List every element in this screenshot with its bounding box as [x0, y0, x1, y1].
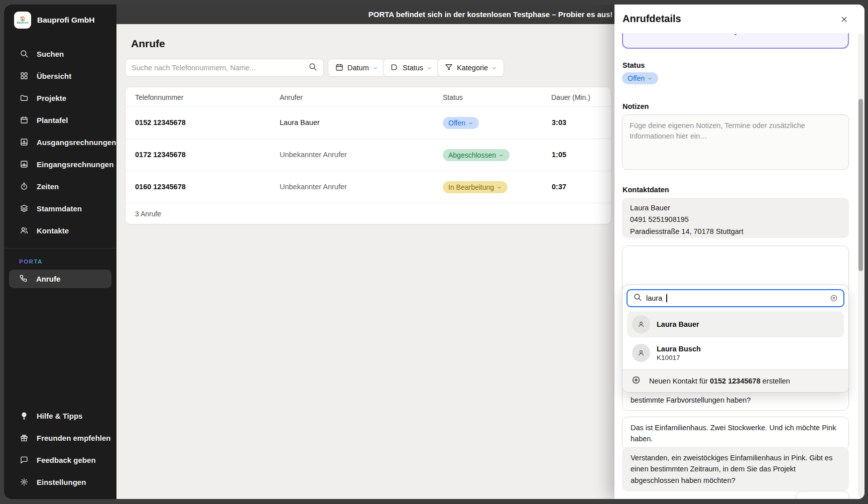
invoice-out-icon — [19, 138, 29, 147]
sidebar-item-uebersicht[interactable]: Übersicht — [4, 65, 116, 87]
sidebar-item-einstellungen[interactable]: Einstellungen — [4, 471, 116, 493]
calendar-icon — [335, 63, 344, 73]
invoice-in-icon — [19, 160, 29, 169]
contact-address: Paradiesstraße 14, 70178 Stuttgart — [630, 226, 841, 236]
filter-kategorie-button[interactable]: Kategorie — [437, 59, 504, 77]
sidebar-item-zeiten[interactable]: Zeiten — [4, 175, 116, 197]
status-badge[interactable]: Offen — [443, 117, 479, 129]
company-name: Bauprofi GmbH — [37, 16, 95, 25]
notes-placeholder: Füge deine eigenen Notizen, Termine oder… — [630, 121, 805, 140]
chevron-down-icon — [497, 185, 502, 190]
notes-section-label: Notizen — [623, 102, 649, 110]
sidebar-item-stammdaten[interactable]: Stammdaten — [4, 197, 116, 219]
contact-search-dropdown: laura Laura Bauer Laura Busch K10017 Neu… — [622, 285, 849, 393]
sidebar-footer: Hilfe & Tipps Freunden empfehlen Feedbac… — [4, 405, 116, 493]
panel-scrollbar-track[interactable] — [858, 33, 864, 498]
table-row[interactable]: 0172 12345678 Unbekannter Anrufer Abgesc… — [126, 139, 611, 171]
clear-icon[interactable] — [830, 294, 838, 302]
porta-section-label: PORTA — [19, 259, 43, 265]
create-new-contact-button[interactable]: Neuen Kontakt für 0152 12345678 erstelle… — [623, 369, 848, 392]
sidebar: 🏠 BauProfi Bauprofi GmbH Suchen Übersich… — [4, 5, 116, 499]
contact-name: Laura Bauer — [630, 203, 841, 213]
company-header: 🏠 BauProfi Bauprofi GmbH — [14, 11, 95, 29]
chevron-down-icon — [468, 120, 473, 126]
lightbulb-icon — [19, 411, 29, 421]
sidebar-item-kontakte[interactable]: Kontakte — [4, 219, 116, 241]
status-badge[interactable]: Abgeschlossen — [443, 149, 510, 161]
sidebar-item-anrufe-active[interactable]: Anrufe — [9, 270, 111, 288]
calls-count: 3 Anrufe — [135, 210, 161, 218]
funnel-icon — [444, 63, 453, 73]
chevron-down-icon — [647, 76, 653, 81]
calendar-icon — [19, 115, 29, 125]
person-icon — [632, 344, 650, 362]
panel-header: Anrufdetails — [614, 5, 864, 33]
contact-result-laura-busch[interactable]: Laura Busch K10017 — [627, 340, 844, 366]
sidebar-item-ausgangsrechnungen[interactable]: Ausgangsrechnungen — [4, 131, 116, 153]
house-icon: 🏠 — [20, 17, 25, 21]
new-contact-phone-number: 0152 12345678 — [710, 377, 761, 385]
status-badge[interactable]: In Bearbeitung — [443, 181, 508, 193]
panel-title: Anrufdetails — [623, 13, 681, 25]
transcript-bubble-customer-partial: Liegt im März — [796, 491, 849, 499]
trial-banner-text: PORTA befindet sich in der kostenlosen T… — [368, 10, 613, 19]
speech-bubble-icon — [19, 455, 29, 465]
status-badge[interactable]: Offen — [622, 72, 658, 84]
sidebar-item-suchen[interactable]: Suchen — [4, 43, 116, 65]
layers-icon — [19, 204, 29, 213]
table-header: Telefonnummer Anrufer Status Dauer (Min.… — [126, 87, 611, 107]
grid-icon — [19, 71, 29, 81]
status-section-label: Status — [623, 61, 645, 69]
company-logo: 🏠 BauProfi — [14, 12, 31, 29]
search-placeholder: Suche nach Telefonnummern, Name... — [132, 64, 308, 72]
person-icon — [632, 315, 650, 333]
search-icon — [308, 62, 317, 73]
close-icon[interactable] — [838, 14, 849, 25]
search-icon — [633, 293, 642, 304]
table-row[interactable]: 0160 12345678 Unbekannter Anrufer In Bea… — [126, 171, 611, 203]
app-window: 🏠 BauProfi Bauprofi GmbH Suchen Übersich… — [4, 5, 864, 499]
call-details-panel: ⌄ Anrufdetails Status Offen Notizen Füge… — [614, 5, 864, 499]
contact-search-input[interactable]: laura — [627, 289, 844, 307]
text-cursor — [666, 294, 667, 302]
table-footer: 3 Anrufe — [126, 203, 611, 224]
sidebar-item-feedback-geben[interactable]: Feedback geben — [4, 449, 116, 471]
chevron-down-icon — [499, 153, 504, 158]
panel-scrollbar-thumb[interactable] — [858, 99, 863, 271]
plus-circle-icon — [632, 375, 641, 387]
folder-icon — [19, 93, 29, 103]
people-icon — [19, 226, 29, 235]
calls-table: Telefonnummer Anrufer Status Dauer (Min.… — [125, 87, 611, 224]
transcript-bubble-agent: Verstanden, ein zweistöckiges Einfamilie… — [622, 447, 849, 491]
gift-icon — [19, 433, 29, 443]
contact-result-laura-bauer[interactable]: Laura Bauer — [627, 311, 844, 337]
sidebar-item-freunden-empfehlen[interactable]: Freunden empfehlen — [4, 427, 116, 449]
sidebar-item-eingangsrechnungen[interactable]: Eingangsrechnungen — [4, 153, 116, 175]
sidebar-divider — [4, 248, 116, 248]
stopwatch-icon — [19, 182, 29, 191]
page-title: Anrufe — [131, 38, 165, 50]
chevron-down-icon — [491, 65, 497, 71]
tag-icon — [390, 63, 399, 73]
contact-number: K10017 — [657, 354, 701, 361]
sidebar-item-hilfe-tipps[interactable]: Hilfe & Tipps — [4, 405, 116, 427]
contact-phone: 0491 5251908195 — [630, 214, 841, 224]
contact-details-box: Laura Bauer 0491 5251908195 Paradiesstra… — [622, 198, 849, 238]
sidebar-nav: Suchen Übersicht Projekte Plantafel Ausg… — [4, 43, 116, 241]
gear-icon — [19, 477, 29, 487]
chevron-down-icon — [427, 65, 432, 71]
search-icon — [19, 49, 29, 59]
filter-datum-button[interactable]: Datum — [328, 59, 385, 77]
sidebar-item-plantafel[interactable]: Plantafel — [4, 109, 116, 131]
sidebar-item-projekte[interactable]: Projekte — [4, 87, 116, 109]
notes-textarea[interactable]: Füge deine eigenen Notizen, Termine oder… — [622, 114, 849, 170]
table-row[interactable]: 0152 12345678 Laura Bauer Offen 3:03 — [126, 107, 611, 139]
transcript-bubble-customer: Das ist Einfamilienhaus. Zwei Stockwerke… — [622, 417, 849, 450]
phone-icon — [19, 274, 28, 284]
chevron-down-icon — [373, 65, 378, 71]
search-input[interactable]: Suche nach Telefonnummern, Name... — [125, 59, 324, 77]
search-value: laura — [646, 294, 662, 302]
filter-status-button[interactable]: Status — [383, 59, 439, 77]
contact-section-label: Kontaktdaten — [623, 186, 669, 194]
